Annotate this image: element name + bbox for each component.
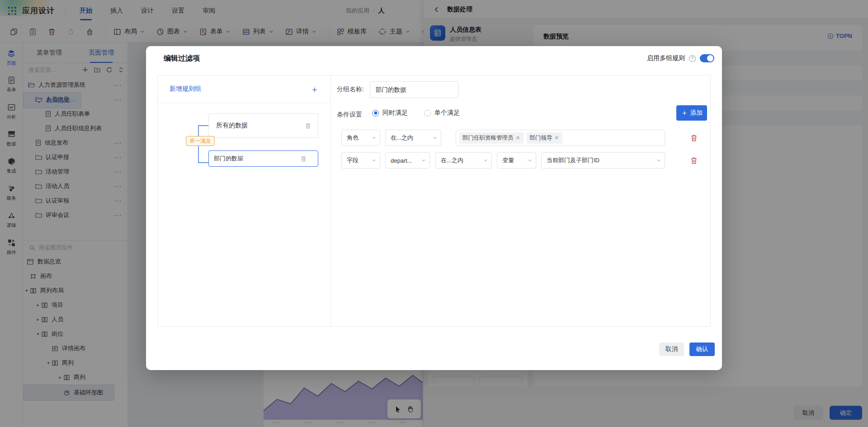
tag-label: 部门领导 (530, 134, 552, 142)
rule-group-panel: 新增规则组 ＋ 所有的数据 部门的数据 单一满足 (158, 75, 331, 326)
radio-label: 同时满足 (382, 109, 408, 117)
edit-filter-modal: 编辑过滤项 启用多组规则 ? 新增规则组 ＋ 所有的数据 (146, 46, 722, 370)
row2-value-select[interactable]: 当前部门及子部门ID (541, 152, 665, 169)
radio-all-match[interactable]: 同时满足 (372, 109, 408, 117)
row2-field-select[interactable]: 字段 (341, 152, 380, 169)
row1-value-tags-input[interactable]: 部门任职资格管理员 ✕ 部门领导 ✕ (456, 130, 665, 146)
multi-rule-toggle-row: 启用多组规则 ? (647, 54, 714, 62)
add-rule-group-button[interactable]: 新增规则组 (170, 85, 201, 93)
chevron-down-icon (528, 158, 532, 163)
rule-node-department-data[interactable]: 部门的数据 (208, 150, 318, 167)
group-name-input[interactable] (370, 81, 458, 98)
row2-operator-select[interactable]: 在...之内 (435, 152, 492, 169)
row1-operator-select[interactable]: 在...之内 (385, 130, 441, 146)
chevron-down-icon (483, 158, 488, 163)
select-value: 字段 (347, 156, 359, 164)
plus-icon[interactable]: ＋ (310, 85, 319, 94)
select-value: 变量 (502, 156, 514, 164)
modal-confirm-button[interactable]: 确认 (689, 343, 715, 356)
add-condition-button[interactable]: ＋ 添加 (676, 105, 707, 121)
radio-any-match[interactable]: 单个满足 (424, 109, 460, 117)
add-condition-label: 添加 (690, 109, 703, 117)
chevron-down-icon (372, 158, 376, 163)
modal-cancel-button[interactable]: 取消 (659, 343, 684, 356)
help-icon[interactable]: ? (689, 55, 696, 62)
condition-radio-group: 同时满足 单个满足 (372, 109, 460, 117)
relation-badge[interactable]: 单一满足 (186, 136, 215, 146)
radio-dot (424, 110, 431, 117)
multi-rule-toggle[interactable] (700, 54, 714, 62)
row1-field-select[interactable]: 角色 (341, 130, 380, 146)
rule-node-label: 部门的数据 (214, 155, 243, 163)
select-value: 在...之内 (441, 156, 463, 164)
remove-tag-icon[interactable]: ✕ (555, 135, 559, 141)
chevron-down-icon (372, 136, 376, 140)
value-tag: 部门领导 ✕ (527, 132, 562, 144)
select-value: 角色 (347, 134, 359, 142)
remove-tag-icon[interactable]: ✕ (516, 135, 520, 141)
delete-row2-icon[interactable] (690, 156, 698, 164)
value-tag: 部门任职资格管理员 ✕ (459, 132, 524, 144)
chevron-down-icon (433, 136, 437, 140)
rule-group-tree: 所有的数据 部门的数据 单一满足 (158, 103, 330, 326)
modal-title: 编辑过滤项 (164, 54, 200, 63)
row2-subfield-select[interactable]: depart... (385, 152, 430, 169)
delete-node-icon[interactable] (300, 155, 307, 162)
radio-dot (372, 110, 379, 117)
radio-label: 单个满足 (434, 109, 460, 117)
multi-rule-label: 启用多组规则 (647, 54, 685, 62)
row2-valuetype-select[interactable]: 变量 (497, 152, 536, 169)
plus-icon: ＋ (681, 109, 688, 117)
condition-label: 条件设置 (337, 111, 362, 119)
rule-node-all-data[interactable]: 所有的数据 (208, 113, 318, 138)
select-value: depart... (391, 157, 412, 164)
rule-group-header: 新增规则组 ＋ (158, 75, 330, 103)
chevron-down-icon (421, 158, 426, 163)
rule-node-label: 所有的数据 (216, 122, 248, 130)
delete-row1-icon[interactable] (690, 134, 698, 142)
select-value: 在...之内 (391, 134, 413, 142)
tag-label: 部门任职资格管理员 (462, 134, 514, 142)
chevron-down-icon (656, 158, 661, 163)
group-name-label: 分组名称: (337, 85, 364, 94)
select-value: 当前部门及子部门ID (547, 156, 599, 164)
delete-node-icon[interactable] (305, 122, 311, 129)
